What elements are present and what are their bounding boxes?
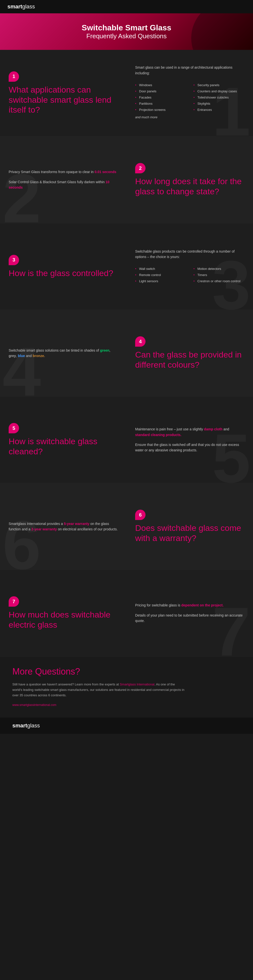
color-grey: grey: [9, 354, 16, 358]
list-item: Light sensors: [135, 278, 186, 284]
list-item: Toilet/shower cubicles: [193, 94, 244, 100]
logo: smartglass: [7, 3, 35, 10]
q4-body: Switchable smart glass solutions can be …: [9, 348, 118, 359]
badge-1: 1: [9, 72, 19, 82]
list-item: Door panels: [135, 88, 186, 94]
list-item: Counters and display cases: [193, 88, 244, 94]
q2-highlight-1: 0.01 seconds: [95, 170, 116, 174]
list-item: Facades: [135, 94, 186, 100]
list-item: Timers: [193, 272, 244, 278]
q5-p1: Maintenance is pain free – just use a sl…: [135, 426, 244, 438]
list-item: Skylights: [193, 100, 244, 107]
badge-4: 4: [135, 336, 146, 347]
section-q2: 2 2 How long does it take for the glass …: [0, 137, 253, 223]
q1-right: Smart glass can be used in a range of ar…: [126, 50, 253, 136]
q2-left: Privacy Smart Glass transforms from opaq…: [0, 137, 126, 223]
q5-heading: How is switchable glass cleaned?: [9, 436, 118, 457]
more-questions-title: More Questions?: [12, 667, 241, 677]
q1-footnote: and much more: [135, 115, 244, 119]
list-item: Projection screens: [135, 107, 186, 113]
q6-left: Smartglass International provides a 5-ye…: [0, 483, 126, 570]
color-bronze: bronze.: [33, 354, 45, 358]
q5-p2: Ensure that the glass is switched off an…: [135, 442, 244, 453]
section-q7: 7 7 How much does switchable electric gl…: [0, 570, 253, 656]
badge-6: 6: [135, 510, 146, 520]
footer: smartglass: [0, 718, 253, 734]
logo-light: glass: [22, 3, 35, 10]
q1-intro: Smart glass can be used in a range of ar…: [135, 65, 244, 76]
q7-left: 7 How much does switchable electric glas…: [0, 570, 126, 656]
q7-right: Pricing for switchable glass is dependen…: [126, 570, 253, 656]
q6-body: Smartglass International provides a 5-ye…: [9, 521, 118, 532]
section-q3: 3 3 How is the glass controlled? Switcha…: [0, 223, 253, 310]
q3-left: 3 How is the glass controlled?: [0, 223, 126, 310]
section-q1: 1 1 What applications can switchable sma…: [0, 50, 253, 136]
q1-bullets-right: Security panels Counters and display cas…: [193, 82, 244, 113]
q3-intro: Switchable glass products can be control…: [135, 249, 244, 260]
q2-highlight-2: 10 seconds: [9, 180, 110, 189]
q2-heading: How long does it take for the glass to c…: [135, 176, 244, 197]
q4-right: 4 Can the glass be provided in different…: [126, 310, 253, 396]
list-item: Security panels: [193, 82, 244, 88]
list-item: Entrances: [193, 107, 244, 113]
q3-right: Switchable glass products can be control…: [126, 223, 253, 310]
footer-logo-bold: smart: [12, 722, 27, 729]
badge-5: 5: [9, 423, 19, 433]
section-q5: 5 5 How is switchable glass cleaned? Mai…: [0, 396, 253, 483]
q1-bullets-left: Windows Door panels Facades Partitions P…: [135, 82, 186, 113]
list-item: Partitions: [135, 100, 186, 107]
section-q4: 4 4 Can the glass be provided in differe…: [0, 310, 253, 396]
footer-logo: smartglass: [12, 722, 40, 729]
q4-heading: Can the glass be provided in different c…: [135, 350, 244, 370]
q7-p1: Pricing for switchable glass is dependen…: [135, 603, 244, 608]
q7-hl1: dependent on the project.: [181, 603, 224, 607]
q3-bullets-left: Wall switch Remote control Light sensors: [135, 266, 186, 284]
q5-right: Maintenance is pain free – just use a sl…: [126, 396, 253, 483]
q5-hl2: standard cleaning products.: [135, 433, 181, 437]
q5-hl1: damp cloth: [204, 427, 223, 431]
smartglass-link[interactable]: Smartglass International: [120, 682, 154, 686]
q2-p2: Solar Control Glass & Blackout Smart Gla…: [9, 179, 118, 190]
q2-right: 2 How long does it take for the glass to…: [126, 137, 253, 223]
badge-2: 2: [135, 163, 146, 173]
footer-logo-light: glass: [27, 722, 40, 729]
q7-heading: How much does switchable electric glass: [9, 609, 118, 630]
q4-left: Switchable smart glass solutions can be …: [0, 310, 126, 396]
list-item: Remote control: [135, 272, 186, 278]
q5-left: 5 How is switchable glass cleaned?: [0, 396, 126, 483]
section-q6: 6 6 Does switchable glass come with a wa…: [0, 483, 253, 570]
header: smartglass: [0, 0, 253, 13]
q7-p2: Details of your plan need to be submitte…: [135, 612, 244, 624]
list-item: Motion detectors: [193, 266, 244, 272]
q6-hl1: 5-year warranty: [64, 522, 89, 526]
hero-subtitle: Frequently Asked Questions: [5, 32, 248, 40]
q3-bullets-right: Motion detectors Timers Crestron or othe…: [193, 266, 244, 284]
more-questions-body: Still have a question we haven't answere…: [12, 682, 185, 698]
logo-bold: smart: [7, 3, 22, 10]
q3-heading: How is the glass controlled?: [9, 268, 118, 278]
q1-bullets: Windows Door panels Facades Partitions P…: [135, 82, 244, 113]
q1-left: 1 What applications can switchable smart…: [0, 50, 126, 136]
color-blue: blue: [18, 354, 25, 358]
q3-bullets: Wall switch Remote control Light sensors…: [135, 266, 244, 284]
q6-hl2: 2-year warranty: [31, 527, 57, 531]
q6-heading: Does switchable glass come with a warran…: [135, 523, 244, 543]
list-item: Windows: [135, 82, 186, 88]
q2-p1: Privacy Smart Glass transforms from opaq…: [9, 169, 118, 175]
color-green: green: [100, 348, 110, 352]
badge-7: 7: [9, 596, 19, 607]
list-item: Wall switch: [135, 266, 186, 272]
q1-heading: What applications can switchable smart g…: [9, 85, 118, 115]
badge-3: 3: [9, 255, 19, 265]
hero-title: Switchable Smart Glass: [5, 23, 248, 32]
website-url[interactable]: www.smartglassinternational.com: [12, 702, 185, 707]
more-questions-section: More Questions? Still have a question we…: [0, 657, 253, 718]
hero-banner: Switchable Smart Glass Frequently Asked …: [0, 13, 253, 50]
q6-right: 6 Does switchable glass come with a warr…: [126, 483, 253, 570]
list-item: Crestron or other room control: [193, 278, 244, 284]
